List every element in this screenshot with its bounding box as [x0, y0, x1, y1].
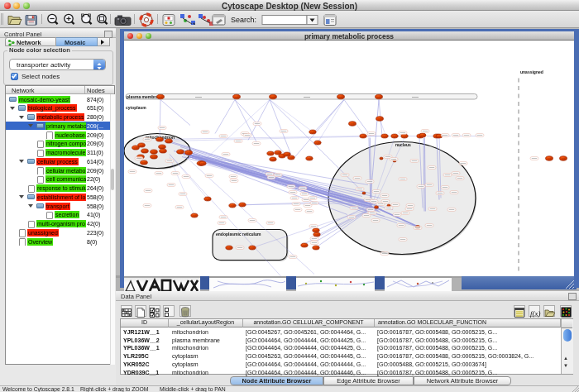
svg-text:cytoplasm: cytoplasm [126, 104, 146, 109]
svg-text:Search:: Search: [231, 16, 256, 24]
svg-text:nucleus: nucleus [395, 142, 411, 147]
svg-text:unassigned: unassigned [520, 69, 543, 74]
svg-text:f(x): f(x) [530, 309, 541, 318]
svg-text:endoplasmic reticulum: endoplasmic reticulum [216, 231, 261, 236]
